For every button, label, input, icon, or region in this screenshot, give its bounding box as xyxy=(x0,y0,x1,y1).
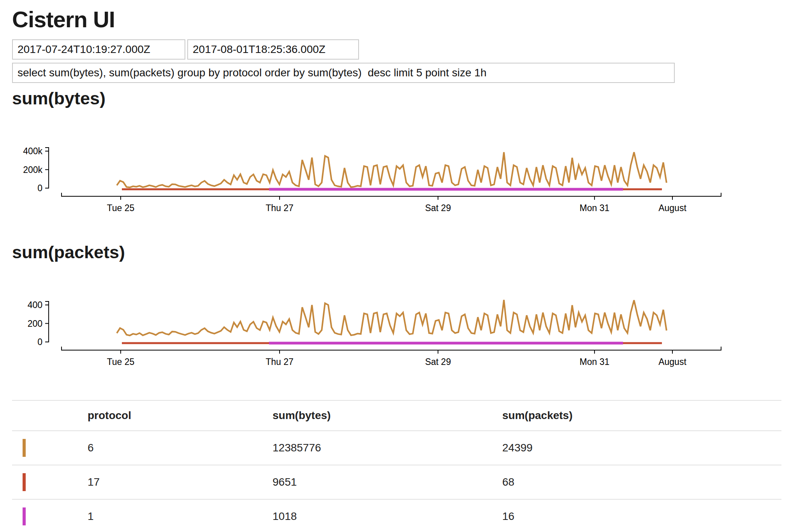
sum-packets-cell: 16 xyxy=(502,499,781,532)
results-table-body: 61238577624399179651681101816 xyxy=(12,431,781,532)
svg-text:Mon 31: Mon 31 xyxy=(580,357,610,367)
chart-title-bytes: sum(bytes) xyxy=(12,88,785,109)
table-row: 17965168 xyxy=(12,465,781,499)
packets-chart: 0200400Tue 25Thu 27Sat 29Mon 31August xyxy=(12,262,744,373)
time-range-row xyxy=(12,39,785,60)
svg-text:Thu 27: Thu 27 xyxy=(266,357,294,367)
svg-text:0: 0 xyxy=(37,183,42,193)
page: Cistern UI sum(bytes) 0200k400kTue 25Thu… xyxy=(0,6,797,532)
column-header-protocol: protocol xyxy=(88,400,273,431)
start-time-input[interactable] xyxy=(12,39,185,60)
series-color-cell xyxy=(12,465,88,499)
page-title: Cistern UI xyxy=(12,6,785,32)
svg-text:Sat 29: Sat 29 xyxy=(425,203,451,213)
svg-text:400k: 400k xyxy=(23,146,42,156)
sum-bytes-cell: 9651 xyxy=(273,465,502,499)
table-row: 1101816 xyxy=(12,499,781,532)
series-color-cell xyxy=(12,499,88,532)
protocol-cell: 1 xyxy=(88,499,273,532)
sum-packets-cell: 68 xyxy=(502,465,781,499)
svg-text:0: 0 xyxy=(37,337,42,347)
query-input[interactable] xyxy=(12,63,675,83)
svg-text:August: August xyxy=(658,203,686,213)
sum-packets-cell: 24399 xyxy=(502,431,781,465)
svg-text:200: 200 xyxy=(28,319,42,329)
protocol-cell: 17 xyxy=(88,465,273,499)
table-row: 61238577624399 xyxy=(12,431,781,465)
svg-text:Sat 29: Sat 29 xyxy=(425,357,451,367)
end-time-input[interactable] xyxy=(187,39,359,60)
svg-text:Tue 25: Tue 25 xyxy=(107,357,135,367)
svg-text:Tue 25: Tue 25 xyxy=(107,203,135,213)
protocol-cell: 6 xyxy=(88,431,273,465)
svg-text:200k: 200k xyxy=(23,165,42,175)
results-table: protocol sum(bytes) sum(packets) 6123857… xyxy=(12,400,781,532)
column-header-swatch xyxy=(12,400,88,431)
bytes-chart: 0200k400kTue 25Thu 27Sat 29Mon 31August xyxy=(12,109,744,220)
chart-title-packets: sum(packets) xyxy=(12,242,785,262)
svg-text:August: August xyxy=(658,357,686,367)
series-color-cell xyxy=(12,431,88,465)
sum-bytes-cell: 12385776 xyxy=(273,431,502,465)
series-color-swatch xyxy=(23,439,26,457)
svg-text:Mon 31: Mon 31 xyxy=(580,203,610,213)
column-header-sum-bytes: sum(bytes) xyxy=(273,400,502,431)
series-color-swatch xyxy=(23,473,26,491)
svg-text:400: 400 xyxy=(28,300,42,310)
series-color-swatch xyxy=(23,507,26,525)
table-header-row: protocol sum(bytes) sum(packets) xyxy=(12,400,781,431)
column-header-sum-packets: sum(packets) xyxy=(502,400,781,431)
svg-text:Thu 27: Thu 27 xyxy=(266,203,294,213)
sum-bytes-cell: 1018 xyxy=(273,499,502,532)
